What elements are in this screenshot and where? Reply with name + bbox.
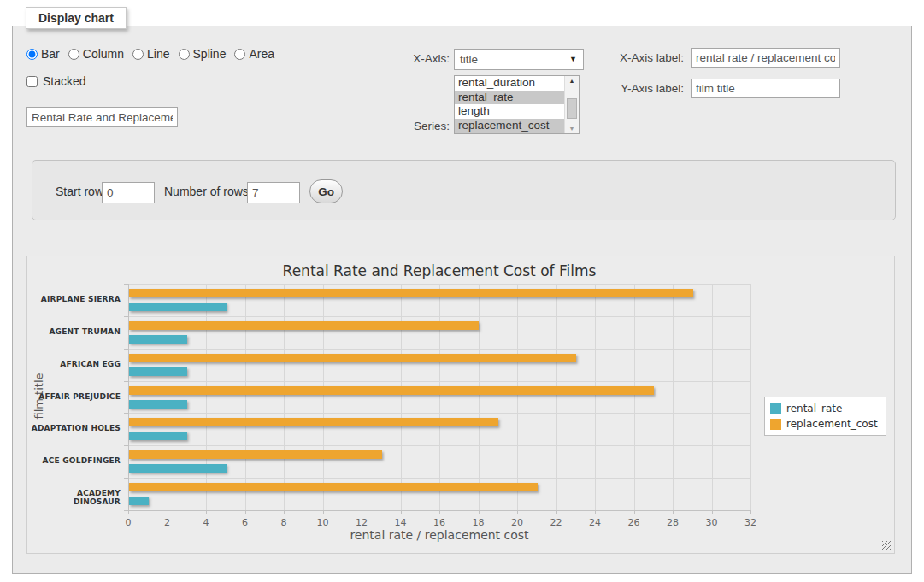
x-tick-label: 22 — [544, 517, 569, 528]
bar-replacement_cost[interactable] — [129, 321, 479, 330]
gridline-vertical — [362, 284, 362, 510]
series-label: Series: — [355, 120, 450, 132]
x-tick-label: 16 — [427, 517, 452, 528]
display-chart-fieldset: Display chart BarColumnLineSplineArea St… — [12, 26, 912, 574]
gridline-vertical — [673, 284, 674, 510]
bar-rental_rate[interactable] — [129, 303, 227, 311]
y-axis-label-label: Y-Axis label: — [568, 82, 684, 95]
x-axis-line — [128, 510, 751, 511]
x-tick-label: 28 — [660, 517, 686, 528]
legend-item-rental_rate[interactable]: rental_rate — [770, 401, 878, 416]
gridline-vertical — [479, 284, 480, 510]
resize-handle-icon[interactable] — [882, 541, 891, 550]
bar-rental_rate[interactable] — [129, 432, 187, 440]
radio-label: Spline — [193, 47, 227, 61]
chart-x-axis-title: rental rate / replacement cost — [128, 528, 750, 542]
gridline-horizontal — [128, 284, 750, 285]
chart-type-radio-group: BarColumnLineSplineArea — [26, 47, 274, 61]
go-button[interactable]: Go — [309, 179, 343, 203]
gridline-vertical — [712, 284, 713, 510]
chart-type-column[interactable]: Column — [68, 47, 124, 61]
x-tick-label: 8 — [271, 517, 297, 528]
radio-line[interactable] — [132, 49, 144, 60]
gridline-vertical — [556, 284, 557, 510]
rows-panel: Start row: Number of rows: Go — [32, 160, 896, 220]
gridline-vertical — [206, 284, 207, 510]
bar-rental_rate[interactable] — [129, 497, 149, 505]
radio-bar[interactable] — [26, 49, 38, 60]
chart-legend: rental_ratereplacement_cost — [764, 397, 886, 436]
bar-rental_rate[interactable] — [129, 367, 187, 376]
gridline-vertical — [517, 284, 518, 510]
start-row-input[interactable] — [102, 182, 155, 203]
gridline-vertical — [323, 284, 324, 510]
chart-type-bar[interactable]: Bar — [26, 47, 60, 61]
chart-type-area[interactable]: Area — [234, 47, 274, 61]
x-tick-label: 12 — [349, 517, 374, 528]
bar-rental_rate[interactable] — [129, 464, 227, 473]
radio-column[interactable] — [68, 49, 79, 60]
legend-label: replacement_cost — [786, 418, 878, 430]
gridline-vertical — [401, 284, 402, 510]
legend-label: rental_rate — [786, 403, 842, 414]
stacked-checkbox[interactable] — [26, 76, 38, 87]
category-label: ACADEMY DINOSAUR — [27, 489, 121, 506]
bar-rental_rate[interactable] — [129, 400, 187, 409]
gridline-horizontal — [128, 445, 750, 446]
series-listbox[interactable]: rental_durationrental_ratelengthreplacem… — [454, 75, 580, 134]
bar-replacement_cost[interactable] — [129, 450, 382, 459]
x-axis-selected-value: title — [460, 53, 478, 66]
x-axis-select[interactable]: title ▼ — [454, 49, 584, 70]
x-tick-label: 14 — [388, 517, 414, 528]
gridline-horizontal — [128, 413, 750, 414]
gridline-vertical — [245, 284, 246, 510]
gridline-vertical — [168, 284, 168, 510]
gridline-vertical — [595, 284, 596, 510]
category-label: AIRPLANE SIERRA — [27, 295, 121, 303]
series-option-rental_duration[interactable]: rental_duration — [455, 76, 564, 91]
gridline-horizontal — [128, 478, 750, 479]
stacked-row[interactable]: Stacked — [26, 74, 86, 88]
x-axis-label-input[interactable] — [691, 48, 840, 68]
bar-replacement_cost[interactable] — [129, 386, 654, 395]
x-tick-label: 20 — [504, 517, 530, 528]
x-tick-label: 10 — [310, 517, 336, 528]
chart-type-line[interactable]: Line — [132, 47, 169, 61]
gridline-horizontal — [128, 316, 750, 317]
legend-swatch — [770, 419, 781, 430]
series-option-length[interactable]: length — [455, 104, 564, 119]
bar-rental_rate[interactable] — [129, 335, 187, 344]
radio-label: Line — [147, 47, 169, 61]
y-axis-line — [128, 284, 129, 510]
num-rows-label: Number of rows: — [164, 185, 252, 198]
radio-area[interactable] — [234, 49, 245, 60]
scroll-down-icon[interactable]: ▼ — [565, 126, 579, 132]
bar-replacement_cost[interactable] — [129, 418, 498, 426]
series-options: rental_durationrental_ratelengthreplacem… — [455, 76, 564, 133]
x-tick-label: 26 — [621, 517, 647, 528]
series-option-rental_rate[interactable]: rental_rate — [455, 91, 564, 105]
fieldset-legend: Display chart — [26, 7, 127, 29]
chart-title-input[interactable] — [26, 107, 178, 127]
x-axis-select-label: X-Axis: — [355, 52, 450, 65]
bar-replacement_cost[interactable] — [129, 289, 693, 297]
bar-replacement_cost[interactable] — [129, 483, 538, 491]
legend-swatch — [770, 403, 781, 414]
legend-item-replacement_cost[interactable]: replacement_cost — [770, 416, 878, 432]
series-option-replacement_cost[interactable]: replacement_cost — [455, 119, 564, 133]
chart-type-spline[interactable]: Spline — [179, 47, 227, 61]
bar-replacement_cost[interactable] — [129, 354, 576, 362]
page: Display chart BarColumnLineSplineArea St… — [0, 0, 924, 582]
num-rows-input[interactable] — [247, 182, 300, 203]
x-tick-label: 0 — [115, 517, 141, 528]
scrollbar-thumb[interactable] — [567, 98, 577, 119]
gridline-vertical — [439, 284, 440, 510]
gridline-vertical — [634, 284, 635, 510]
x-tick-label: 6 — [232, 517, 258, 528]
fieldset-legend-text: Display chart — [38, 11, 114, 25]
y-axis-label-input[interactable] — [691, 79, 840, 98]
x-tick-label: 18 — [466, 517, 491, 528]
stacked-label: Stacked — [43, 74, 86, 88]
radio-spline[interactable] — [179, 49, 190, 60]
start-row-label: Start row: — [56, 185, 107, 198]
